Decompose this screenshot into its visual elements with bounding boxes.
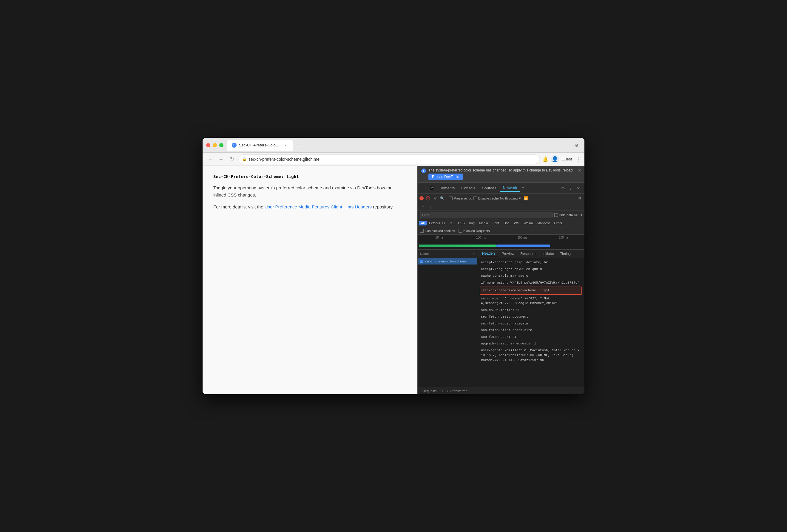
header-row: cache-control: max-age=0	[477, 272, 584, 280]
maximize-traffic-light[interactable]	[219, 143, 224, 147]
type-filter-js[interactable]: JS	[447, 221, 455, 225]
type-filter-other[interactable]: Other	[552, 221, 565, 225]
more-button[interactable]: ⋮	[575, 156, 581, 162]
has-blocked-cookies-checkbox[interactable]	[420, 229, 424, 232]
clear-button[interactable]: 🚫	[425, 195, 431, 201]
header-key: user-agent:	[481, 349, 503, 352]
header-key: sec-fetch-user:	[481, 335, 510, 339]
tab-headers[interactable]: Headers	[480, 250, 498, 257]
download-button[interactable]: ↓	[427, 204, 433, 210]
request-list-item[interactable]: sec-ch-prefers-color-scheme...	[418, 258, 477, 265]
disable-cache-checkbox[interactable]	[473, 197, 477, 200]
status-requests: 1 requests	[421, 389, 437, 393]
window-minimize-button[interactable]: ⊖	[573, 141, 581, 149]
tab-elements[interactable]: Elements	[435, 184, 458, 192]
blocked-requests-label[interactable]: Blocked Requests	[459, 229, 490, 232]
info-icon: i	[421, 169, 426, 173]
throttle-select[interactable]: No throttling ▼	[500, 197, 522, 200]
tab-response[interactable]: Response	[518, 250, 539, 257]
new-tab-button[interactable]: +	[294, 141, 302, 149]
disable-cache-text: Disable cache	[478, 197, 499, 200]
more-tabs-button[interactable]: »	[520, 185, 526, 191]
header-key: sec-fetch-site:	[481, 328, 510, 332]
network-search-button[interactable]: 🔍	[439, 195, 445, 201]
forward-button[interactable]: →	[217, 155, 225, 163]
headers-tab-bar: Headers Preview Response Initiator Timin…	[477, 250, 584, 258]
header-value: ?0	[514, 308, 520, 312]
tab-network[interactable]: Network	[500, 184, 520, 192]
filter-input[interactable]	[420, 212, 553, 218]
type-filter-media[interactable]: Media	[477, 221, 490, 225]
browser-tab[interactable]: S Sec-CH-Prefers-Color-Schem... ×	[227, 140, 293, 151]
header-value: W/"3b4-puYz4Q5/GV7nZfWtr/h1gg8RB7o"	[508, 281, 579, 285]
extension-icon[interactable]: 🔔	[543, 156, 548, 162]
devtools-close-button[interactable]: ✕	[575, 184, 582, 192]
type-filter-font[interactable]: Font	[490, 221, 501, 225]
network-settings-button[interactable]: ⚙	[577, 195, 583, 201]
filter-bar: Hide data URLs	[418, 211, 584, 219]
element-picker-button[interactable]: ⬚	[420, 184, 427, 192]
notification-text: The system-preferred color scheme has ch…	[428, 168, 574, 172]
throttle-text: No throttling	[500, 197, 517, 200]
browser-content: Sec-CH-Prefers-Color-Scheme: light Toggl…	[203, 166, 584, 394]
blocked-requests-checkbox[interactable]	[459, 229, 462, 232]
header-key: if-none-match:	[481, 281, 508, 285]
guest-label[interactable]: Guest	[561, 157, 572, 161]
notification-content: The system-preferred color scheme has ch…	[428, 168, 576, 180]
network-toolbar: 🚫 ▽ 🔍 Preserve log Disable cache No thro…	[418, 194, 584, 203]
request-icon	[420, 260, 423, 263]
device-toolbar-button[interactable]: 📱	[428, 184, 435, 192]
upload-button[interactable]: ↑	[420, 204, 426, 210]
preserve-log-label[interactable]: Preserve log	[449, 197, 472, 200]
timeline-label-100ms: 100 ms	[460, 236, 502, 239]
minimize-traffic-light[interactable]	[213, 143, 217, 147]
tab-timing[interactable]: Timing	[558, 250, 573, 257]
timeline-label-150ms: 150 ms	[502, 236, 543, 239]
address-right-controls: 🔔 👤 Guest ⋮	[543, 155, 581, 163]
type-filter-ws[interactable]: WS	[512, 221, 521, 225]
header-value: 1	[532, 342, 536, 345]
record-button[interactable]	[420, 196, 424, 200]
tab-title: Sec-CH-Prefers-Color-Schem...	[239, 143, 281, 147]
tab-close-button[interactable]: ×	[283, 143, 288, 148]
url-bar[interactable]: 🔒 sec-ch-prefers-color-scheme.glitch.me	[238, 154, 540, 164]
reload-button[interactable]: ↻	[228, 155, 236, 163]
reload-devtools-button[interactable]: Reload DevTools	[428, 174, 463, 180]
devtools-status-bar: 1 requests 1.1 kB transferred	[418, 387, 584, 394]
header-key: sec-fetch-dest:	[481, 315, 510, 318]
throttle-settings-icon[interactable]: 📶	[523, 195, 529, 201]
tab-initiator[interactable]: Initiator	[540, 250, 556, 257]
disable-cache-label[interactable]: Disable cache	[473, 197, 499, 200]
status-transferred: 1.1 kB transferred	[441, 389, 467, 393]
type-filter-all[interactable]: All	[419, 221, 427, 225]
network-filter-button[interactable]: ▽	[432, 195, 438, 201]
preserve-log-checkbox[interactable]	[449, 197, 452, 200]
tab-preview[interactable]: Preview	[499, 250, 517, 257]
type-filter-img[interactable]: Img	[467, 221, 477, 225]
profile-button[interactable]: 👤	[551, 155, 559, 163]
notification-close-button[interactable]: ×	[578, 168, 581, 173]
hide-data-urls-label[interactable]: Hide data URLs	[554, 213, 582, 217]
type-filter-fetch-xhr[interactable]: Fetch/XHR	[427, 221, 447, 225]
close-traffic-light[interactable]	[206, 143, 210, 147]
type-filter-doc[interactable]: Doc	[502, 221, 512, 225]
type-filter-css[interactable]: CSS	[456, 221, 467, 225]
back-button[interactable]: ←	[206, 155, 214, 163]
type-filter-wasm[interactable]: Wasm	[522, 221, 535, 225]
webpage-paragraph2: For more details, visit the User Prefere…	[213, 203, 407, 210]
has-blocked-cookies-label[interactable]: Has blocked cookies	[420, 229, 455, 232]
type-filter-manifest[interactable]: Manifest	[535, 221, 552, 225]
tab-sources[interactable]: Sources	[479, 184, 499, 192]
title-bar: S Sec-CH-Prefers-Color-Schem... × + ⊖	[203, 138, 584, 153]
devtools-more-button[interactable]: ⋮	[567, 184, 574, 192]
header-row: sec-fetch-site: cross-site	[477, 327, 584, 334]
header-row: sec-fetch-user: ?1	[477, 334, 584, 340]
header-row: if-none-match: W/"3b4-puYz4Q5/GV7nZfWtr/…	[477, 280, 584, 286]
webpage-link[interactable]: User Preference Media Features Client Hi…	[264, 204, 372, 209]
devtools-settings-button[interactable]: ⚙	[559, 184, 567, 192]
tab-console[interactable]: Console	[458, 184, 478, 192]
close-column-button[interactable]: ×	[473, 252, 475, 256]
traffic-lights	[206, 143, 224, 147]
hide-data-urls-checkbox[interactable]	[554, 213, 558, 217]
request-list: Name × sec-ch-prefers-color-scheme...	[418, 250, 477, 387]
